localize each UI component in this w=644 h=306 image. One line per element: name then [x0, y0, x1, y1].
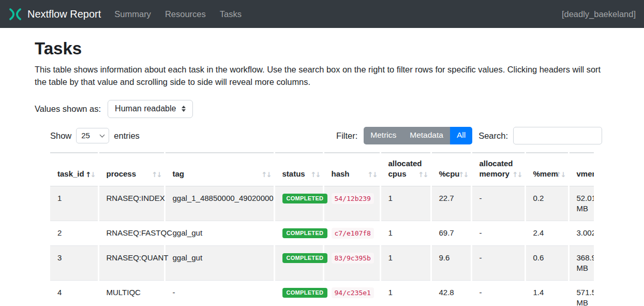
sort-arrows-icon: ↑↓ [458, 169, 468, 180]
cell-allocated_cpus: 1 [380, 246, 431, 281]
cell-hash: 54/12b239 [323, 186, 380, 221]
column-header-pct_mem[interactable]: %mem↑↓ [525, 153, 568, 186]
cell-allocated_cpus: 1 [380, 186, 431, 221]
sort-arrows-icon: ↑↓ [261, 169, 271, 180]
entries-label: entries [114, 131, 140, 141]
show-label: Show [50, 131, 71, 141]
page-description: This table shows information about each … [35, 63, 603, 88]
values-shown-select[interactable]: Human readable [108, 100, 193, 118]
cell-pct_mem: 2.4 [525, 221, 568, 246]
table-header-row: task_id↑↓process↑↓tag↑↓status↑↓hash↑↓all… [50, 153, 594, 186]
column-header-pct_cpu[interactable]: %cpu↑↓ [431, 153, 471, 186]
navbar-links: Summary Resources Tasks [114, 9, 242, 19]
cell-status: COMPLETED [274, 246, 323, 281]
search-control: Search: [478, 127, 602, 144]
nav-item-resources[interactable]: Resources [165, 9, 206, 19]
column-label: allocated cpus [388, 159, 422, 178]
chevron-down-icon [100, 132, 105, 137]
search-input[interactable] [513, 127, 602, 144]
filter-search-controls: Filter: Metrics Metadata All Search: [336, 127, 602, 144]
column-header-allocated_cpus[interactable]: allocated cpus↑↓ [380, 153, 431, 186]
cell-pct_mem: 0.2 [525, 186, 568, 221]
column-header-process[interactable]: process↑↓ [98, 153, 164, 186]
table-body: 1RNASEQ:INDEXggal_1_48850000_49020000COM… [50, 186, 594, 306]
cell-allocated_memory: - [471, 221, 525, 246]
status-badge: COMPLETED [282, 194, 328, 204]
hash-code: 94/c235e1 [332, 287, 374, 298]
datatable-wrapper: Show 25 entries Filter: Metrics Metadata… [50, 127, 602, 306]
cell-task_id: 3 [50, 246, 98, 281]
page-length-value: 25 [81, 131, 90, 140]
status-badge: COMPLETED [282, 228, 328, 239]
search-label: Search: [478, 131, 508, 141]
column-label: task_id [57, 169, 84, 178]
datatable-controls: Show 25 entries Filter: Metrics Metadata… [50, 127, 602, 144]
status-badge: COMPLETED [282, 253, 328, 264]
page-length-select[interactable]: 25 [76, 128, 109, 143]
values-shown-row: Values shown as: Human readable [35, 100, 609, 118]
cell-tag: - [164, 281, 274, 306]
cell-hash: 83/9c395b [323, 246, 380, 281]
column-header-task_id[interactable]: task_id↑↓ [50, 153, 98, 186]
cell-task_id: 2 [50, 221, 98, 246]
cell-hash: 94/c235e1 [323, 281, 380, 306]
cell-status: COMPLETED [274, 186, 323, 221]
cell-vmem: 368.95 MB [568, 246, 594, 281]
hash-code: 54/12b239 [332, 193, 374, 204]
page-length-control: Show 25 entries [50, 128, 140, 143]
column-header-status[interactable]: status↑↓ [274, 153, 323, 186]
cell-tag: ggal_1_48850000_49020000 [164, 186, 274, 221]
sort-arrows-icon: ↑↓ [152, 169, 161, 180]
nav-item-tasks[interactable]: Tasks [220, 9, 242, 19]
cell-process: RNASEQ:FASTQC [98, 221, 164, 246]
tasks-table: task_id↑↓process↑↓tag↑↓status↑↓hash↑↓all… [50, 152, 594, 306]
cell-process: MULTIQC [98, 281, 164, 306]
cell-pct_cpu: 22.7 [431, 186, 471, 221]
sort-arrows-icon: ↑↓ [310, 169, 320, 180]
nav-item-summary[interactable]: Summary [114, 9, 151, 19]
column-label: %mem [533, 169, 558, 178]
cell-vmem: 571.58 MB [568, 281, 594, 306]
table-scroll-area[interactable]: task_id↑↓process↑↓tag↑↓status↑↓hash↑↓all… [50, 152, 594, 306]
navbar-brand[interactable]: Nextflow Report [27, 8, 101, 20]
cell-pct_cpu: 42.8 [431, 281, 471, 306]
column-label: tag [173, 169, 185, 178]
table-row: 2RNASEQ:FASTQCggal_gutCOMPLETEDc7/e107f8… [50, 221, 594, 246]
page-title: Tasks [35, 39, 609, 59]
sort-arrows-icon: ↑↓ [85, 169, 95, 180]
cell-pct_cpu: 69.7 [431, 221, 471, 246]
values-shown-selected: Human readable [115, 104, 176, 113]
sort-arrows-icon: ↑↓ [556, 169, 565, 180]
column-label: status [282, 169, 305, 178]
cell-allocated_cpus: 1 [380, 281, 431, 306]
column-header-vmem[interactable]: vmem↑↓ [568, 153, 594, 186]
cell-vmem: 3.002 [568, 221, 594, 246]
run-name: [deadly_baekeland] [562, 9, 636, 19]
navbar: Nextflow Report Summary Resources Tasks … [0, 0, 644, 28]
sort-arrows-icon: ↑↓ [512, 169, 522, 180]
cell-vmem: 52.016 MB [568, 186, 594, 221]
cell-task_id: 4 [50, 281, 98, 306]
filter-button-all[interactable]: All [450, 127, 472, 144]
hash-code: 83/9c395b [332, 253, 374, 264]
column-header-allocated_memory[interactable]: allocated memory↑↓ [471, 153, 525, 186]
cell-allocated_memory: - [471, 246, 525, 281]
cell-task_id: 1 [50, 186, 98, 221]
status-badge: COMPLETED [282, 288, 328, 298]
filter-button-metadata[interactable]: Metadata [403, 127, 450, 144]
cell-pct_cpu: 9.6 [431, 246, 471, 281]
column-header-tag[interactable]: tag↑↓ [164, 153, 274, 186]
cell-allocated_memory: - [471, 186, 525, 221]
sort-arrows-icon: ↑↓ [418, 169, 428, 180]
table-row: 3RNASEQ:QUANTggal_gutCOMPLETED83/9c395b1… [50, 246, 594, 281]
column-label: vmem [577, 169, 594, 178]
cell-pct_mem: 1.4 [525, 281, 568, 306]
table-row: 1RNASEQ:INDEXggal_1_48850000_49020000COM… [50, 186, 594, 221]
filter-label: Filter: [336, 131, 357, 141]
cell-tag: ggal_gut [164, 246, 274, 281]
column-header-hash[interactable]: hash↑↓ [323, 153, 380, 186]
cell-tag: ggal_gut [164, 221, 274, 246]
cell-status: COMPLETED [274, 221, 323, 246]
filter-button-metrics[interactable]: Metrics [364, 127, 403, 144]
values-shown-label: Values shown as: [35, 104, 101, 114]
